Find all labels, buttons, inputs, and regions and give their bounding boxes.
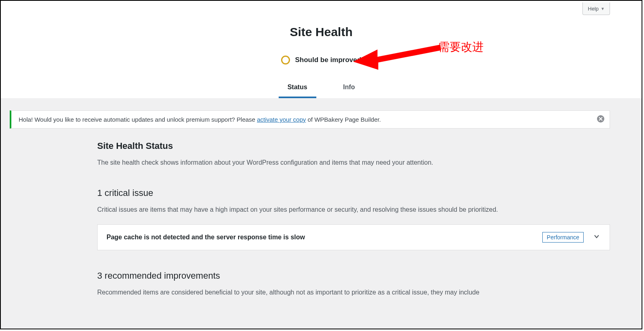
notice-wpbakery: Hola! Would you like to receive automati… (10, 110, 610, 129)
notice-text-suffix: of WPBakery Page Builder. (306, 116, 381, 123)
issue-badge-performance: Performance (542, 232, 584, 243)
close-icon (597, 115, 605, 123)
critical-issues-desc: Critical issues are items that may have … (97, 205, 610, 215)
chevron-down-icon (593, 232, 601, 242)
site-health-status-indicator: Should be improved (1, 56, 642, 64)
chevron-down-icon: ▼ (601, 6, 605, 11)
annotation-text: 需要改进 (438, 39, 484, 55)
issue-title: Page cache is not detected and the serve… (107, 234, 542, 241)
tab-info[interactable]: Info (334, 78, 364, 98)
help-button[interactable]: Help ▼ (582, 2, 610, 15)
issue-row[interactable]: Page cache is not detected and the serve… (97, 224, 610, 250)
section-desc: The site health check shows information … (97, 158, 610, 168)
tabs: Status Info (1, 78, 642, 98)
notice-text-prefix: Hola! Would you like to receive automati… (19, 116, 257, 123)
tab-status[interactable]: Status (279, 78, 316, 98)
help-label: Help (588, 6, 599, 12)
recommended-heading: 3 recommended improvements (97, 271, 610, 281)
status-text: Should be improved (295, 56, 361, 64)
critical-issues-heading: 1 critical issue (97, 188, 610, 198)
notice-activate-link[interactable]: activate your copy (257, 116, 306, 123)
page-title: Site Health (1, 25, 642, 39)
status-progress-icon (281, 56, 290, 64)
notice-dismiss-button[interactable] (597, 115, 606, 124)
recommended-desc: Recommended items are considered benefic… (97, 288, 610, 297)
section-title: Site Health Status (97, 141, 610, 151)
